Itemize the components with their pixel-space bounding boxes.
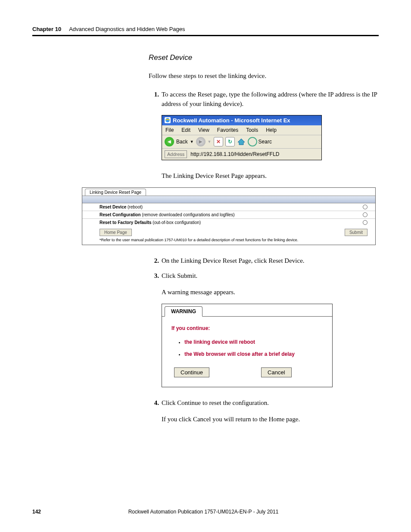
back-icon[interactable]: ◄ [165, 137, 174, 146]
ie-title-bar: Rockwell Automation - Microsoft Internet… [162, 115, 321, 125]
reset-option-row: Reset to Factory Defaults (out-of-box co… [82, 219, 375, 226]
fwd-dropdown-icon: ▼ [208, 140, 212, 144]
step-number: 1. [149, 90, 159, 109]
reset-option-row: Reset Configuration (remove downloaded c… [82, 211, 375, 219]
page-header: Chapter 10 Advanced Diagnostics and Hidd… [32, 26, 379, 36]
warning-heading: If you continue: [171, 325, 323, 331]
warning-tab: WARNING [165, 306, 202, 317]
publication-line: Rockwell Automation Publication 1757-UM0… [128, 509, 279, 515]
after-ie-text: The Linking Device Reset Page appears. [162, 172, 379, 180]
radio-icon[interactable] [363, 212, 367, 217]
reset-page-header-bar [82, 196, 375, 203]
ie-screenshot: Rockwell Automation - Microsoft Internet… [162, 115, 322, 160]
step-3: 3. Click Submit. [149, 271, 379, 281]
step-1: 1. To access the Reset page, type the fo… [149, 90, 379, 109]
home-page-button[interactable]: Home Page [100, 229, 132, 236]
step-number: 3. [149, 271, 159, 281]
warning-bullet: the linking device will reboot [184, 339, 323, 345]
reset-page-screenshot: Linking Device Reset Page Reset Device (… [82, 187, 376, 245]
radio-icon[interactable] [363, 220, 367, 225]
stop-icon[interactable]: ✕ [214, 137, 223, 146]
menu-tools[interactable]: Tools [246, 127, 258, 133]
after-step4-text: If you click Cancel you will return to t… [162, 416, 379, 423]
menu-view[interactable]: View [198, 127, 209, 133]
ie-title-text: Rockwell Automation - Microsoft Internet… [173, 117, 290, 124]
page-footer: 142 Rockwell Automation Publication 1757… [32, 509, 379, 515]
intro-text: Follow these steps to reset the linking … [149, 72, 379, 81]
chapter-label: Chapter 10 [32, 26, 61, 32]
refresh-icon[interactable]: ↻ [225, 137, 235, 146]
search-label: Searc [258, 139, 272, 145]
home-icon[interactable] [237, 137, 246, 146]
warning-body: If you continue: the linking device will… [162, 316, 332, 387]
submit-button[interactable]: Submit [345, 229, 367, 236]
step-number: 2. [149, 256, 159, 266]
back-dropdown-icon[interactable]: ▼ [190, 140, 194, 144]
continue-button[interactable]: Continue [174, 367, 209, 377]
reset-option-label: Reset Configuration (remove downloaded c… [100, 212, 234, 217]
search-icon [248, 137, 257, 146]
reset-page-tab: Linking Device Reset Page [85, 189, 146, 196]
menu-edit[interactable]: Edit [181, 127, 190, 133]
section-heading: Reset Device [149, 53, 379, 62]
reset-footnote: *Refer to the user manual publication 17… [82, 237, 375, 245]
ie-logo-icon [165, 117, 171, 123]
reset-button-row: Home Page Submit [82, 226, 375, 237]
radio-icon[interactable] [363, 205, 367, 209]
step-4: 4. Click Continue to reset the configura… [149, 398, 379, 408]
warning-list: the linking device will reboot the Web b… [184, 339, 323, 357]
ie-address-bar: Address http://192.168.1.10/Hidden/Reset… [162, 149, 321, 160]
step-text: Click Continue to reset the configuratio… [162, 398, 379, 408]
back-label[interactable]: Back [176, 139, 188, 145]
address-url[interactable]: http://192.168.1.10/Hidden/ResetFFLD [190, 151, 279, 157]
warning-screenshot: WARNING If you continue: the linking dev… [162, 304, 333, 387]
menu-file[interactable]: File [165, 127, 174, 133]
step-text: On the Linking Device Reset Page, click … [162, 256, 379, 266]
reset-option-label: Reset to Factory Defaults (out-of-box co… [100, 220, 201, 225]
cancel-button[interactable]: Cancel [261, 367, 291, 377]
reset-option-label: Reset Device (reboot) [100, 205, 143, 209]
step-text: To access the Reset page, type the follo… [162, 90, 379, 109]
ie-menu-bar: File Edit View Favorites Tools Help [162, 125, 321, 135]
chapter-title: Advanced Diagnostics and Hidden Web Page… [69, 26, 185, 32]
forward-icon[interactable]: ► [196, 137, 206, 146]
menu-favorites[interactable]: Favorites [217, 127, 238, 133]
step-2: 2. On the Linking Device Reset Page, cli… [149, 256, 379, 266]
step-text: Click Submit. [162, 271, 379, 281]
after-step3-text: A warning message appears. [162, 289, 379, 296]
ie-toolbar: ◄ Back ▼ ► ▼ ✕ ↻ Searc [162, 135, 321, 149]
page-number: 142 [32, 509, 41, 515]
step-number: 4. [149, 398, 159, 408]
warning-buttons: Continue Cancel [171, 367, 323, 377]
address-label: Address [165, 150, 187, 158]
menu-help[interactable]: Help [266, 127, 277, 133]
warning-bullet: the Web browser will close after a brief… [184, 351, 323, 357]
search-button[interactable]: Searc [248, 137, 272, 146]
reset-option-row: Reset Device (reboot) [82, 203, 375, 211]
